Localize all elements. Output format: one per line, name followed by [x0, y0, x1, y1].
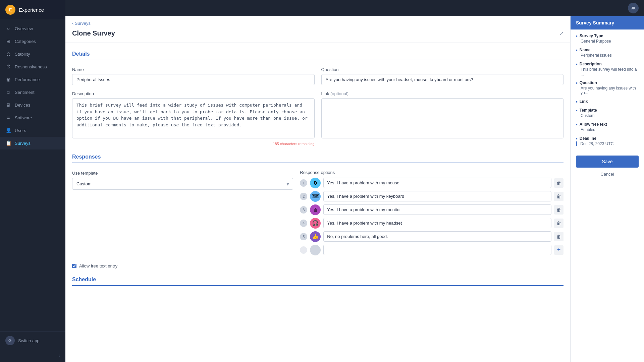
- summary-key-link: Link: [576, 99, 639, 104]
- sidebar-item-label: Overview: [15, 26, 33, 31]
- option-number-3: 3: [300, 206, 307, 214]
- free-text-label: Allow free text entry: [79, 263, 117, 268]
- sidebar-item-performance[interactable]: ◉ Performance: [0, 73, 65, 86]
- description-link-row: Description This brief survey will feed …: [72, 91, 564, 146]
- performance-icon: ◉: [5, 76, 11, 82]
- summary-key-template: Template: [576, 108, 639, 113]
- template-select-wrapper: Custom Yes/No Rating 1-5 Rating 1-10: [72, 178, 293, 190]
- summary-description: Description This brief survey will feed …: [576, 62, 639, 76]
- app-logo: E: [5, 5, 15, 15]
- headset-icon: 🎧: [310, 218, 321, 229]
- summary-value-question: Are you having any issues with yo...: [576, 86, 639, 95]
- breadcrumb-surveys-link[interactable]: Surveys: [72, 21, 91, 26]
- summary-value-survey-type: General Purpose: [576, 39, 639, 44]
- description-textarea[interactable]: This brief survey will feed into a wider…: [72, 98, 315, 138]
- expand-icon[interactable]: ⤢: [559, 30, 564, 37]
- sentiment-icon: ☺: [5, 89, 11, 95]
- option-input-3[interactable]: [323, 204, 551, 215]
- switch-app-label: Switch app: [18, 338, 40, 343]
- summary-value-deadline: Dec 28, 2023 UTC: [576, 141, 639, 146]
- sidebar-item-users[interactable]: 👤 Users: [0, 124, 65, 137]
- sidebar-collapse-button[interactable]: ‹: [0, 349, 65, 362]
- stability-icon: ⚖: [5, 51, 11, 57]
- free-text-checkbox[interactable]: [72, 264, 76, 268]
- summary-value-allow-free-text: Enabled: [576, 127, 639, 132]
- sidebar-item-software[interactable]: ≡ Software: [0, 111, 65, 124]
- use-template-label: Use template: [72, 171, 98, 176]
- link-group: Link (optional): [321, 91, 564, 146]
- summary-body: Survey Type General Purpose Name Periphe…: [571, 29, 644, 183]
- top-bar: JK: [65, 0, 644, 16]
- option-input-new[interactable]: [323, 245, 551, 255]
- sidebar-item-label: Responsiveness: [15, 64, 47, 69]
- summary-key-allow-free-text: Allow free text: [576, 122, 639, 127]
- sidebar-item-overview[interactable]: ○ Overview: [0, 22, 65, 35]
- sidebar-item-label: Categories: [15, 39, 36, 44]
- sidebar-item-responsiveness[interactable]: ⏱ Responsiveness: [0, 60, 65, 73]
- overview-icon: ○: [5, 25, 11, 32]
- surveys-icon: 📋: [5, 140, 11, 146]
- breadcrumb-bar: Surveys: [65, 16, 570, 26]
- delete-option-5-button[interactable]: 🗑: [554, 232, 564, 241]
- question-label: Question: [321, 67, 564, 72]
- sidebar-item-label: Users: [15, 128, 26, 133]
- option-number-1: 1: [300, 179, 307, 187]
- form-area: Surveys Clone Survey ⤢ Details Name Ques…: [65, 16, 570, 362]
- option-row-3: 3 🖥 🗑: [300, 204, 564, 215]
- link-input[interactable]: [321, 98, 564, 138]
- char-count: 185 characters remaining: [72, 142, 315, 146]
- users-icon: 👤: [5, 127, 11, 133]
- sidebar-item-surveys[interactable]: 📋 Surveys: [0, 137, 65, 149]
- option-input-1[interactable]: [323, 178, 551, 188]
- option-input-2[interactable]: [323, 191, 551, 201]
- sidebar-item-label: Sentiment: [15, 90, 35, 95]
- schedule-section: Schedule: [72, 277, 564, 286]
- sidebar-item-sentiment[interactable]: ☺ Sentiment: [0, 86, 65, 99]
- delete-option-3-button[interactable]: 🗑: [554, 205, 564, 215]
- question-input[interactable]: [321, 74, 564, 85]
- name-label: Name: [72, 67, 315, 72]
- save-button[interactable]: Save: [576, 156, 639, 168]
- switch-app-button[interactable]: ⟳ Switch app: [0, 331, 65, 349]
- question-group: Question: [321, 67, 564, 85]
- sidebar: E Experience ○ Overview ⊞ Categories ⚖ S…: [0, 0, 65, 362]
- option-number-empty: [300, 246, 307, 254]
- cancel-button[interactable]: Cancel: [576, 169, 639, 179]
- sidebar-item-label: Stability: [15, 52, 30, 57]
- schedule-section-title: Schedule: [72, 277, 564, 286]
- summary-key-description: Description: [576, 62, 639, 66]
- user-avatar[interactable]: JK: [628, 3, 639, 13]
- description-label: Description: [72, 91, 315, 96]
- details-section-title: Details: [72, 51, 564, 60]
- name-input[interactable]: [72, 74, 315, 85]
- summary-template: Template Custom: [576, 108, 639, 118]
- sidebar-nav: ○ Overview ⊞ Categories ⚖ Stability ⏱ Re…: [0, 19, 65, 331]
- option-input-5[interactable]: [323, 231, 551, 242]
- option-number-2: 2: [300, 193, 307, 200]
- delete-option-2-button[interactable]: 🗑: [554, 192, 564, 201]
- summary-deadline: Deadline Dec 28, 2023 UTC: [576, 136, 639, 146]
- summary-key-deadline: Deadline: [576, 136, 639, 141]
- devices-icon: 🖥: [5, 102, 11, 108]
- summary-header: Survey Summary: [571, 16, 644, 29]
- template-select[interactable]: Custom Yes/No Rating 1-5 Rating 1-10: [72, 178, 293, 190]
- option-row-2: 2 ⌨ 🗑: [300, 191, 564, 202]
- thumbsup-icon: 👍: [310, 231, 321, 242]
- add-option-button[interactable]: +: [554, 245, 564, 255]
- delete-option-1-button[interactable]: 🗑: [554, 178, 564, 188]
- summary-key-question: Question: [576, 80, 639, 85]
- sidebar-item-devices[interactable]: 🖥 Devices: [0, 99, 65, 111]
- delete-option-4-button[interactable]: 🗑: [554, 219, 564, 228]
- sidebar-item-stability[interactable]: ⚖ Stability: [0, 48, 65, 60]
- form-content: Details Name Question Description This b…: [65, 43, 570, 301]
- response-options-group: Response options 1 🖱 🗑 2 ⌨: [300, 170, 564, 258]
- sidebar-item-label: Surveys: [15, 141, 31, 146]
- use-template-group: Use template Custom Yes/No Rating 1-5 Ra…: [72, 170, 293, 258]
- sidebar-item-categories[interactable]: ⊞ Categories: [0, 35, 65, 48]
- summary-survey-type: Survey Type General Purpose: [576, 34, 639, 44]
- option-input-4[interactable]: [323, 218, 551, 228]
- sidebar-item-label: Devices: [15, 103, 30, 108]
- name-question-row: Name Question: [72, 67, 564, 85]
- summary-value-template: Custom: [576, 113, 639, 118]
- page-title: Clone Survey: [72, 29, 115, 37]
